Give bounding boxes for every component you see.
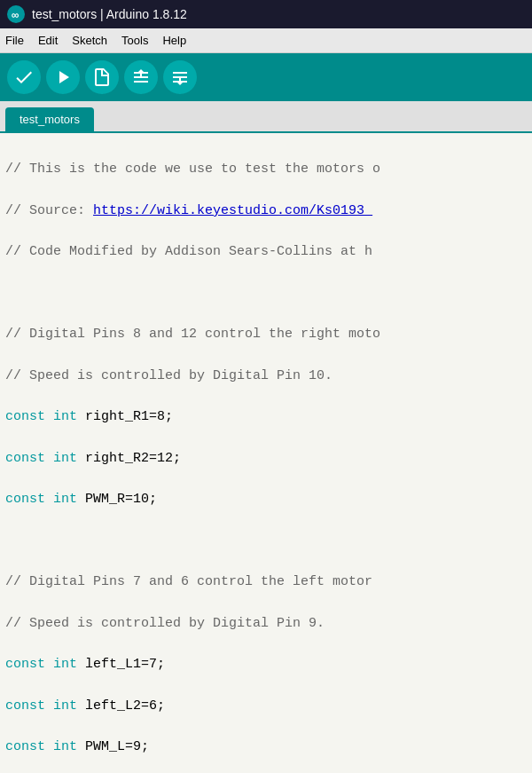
title-bar: ∞ test_motors | Arduino 1.8.12 — [0, 0, 532, 28]
menu-edit[interactable]: Edit — [38, 34, 58, 47]
menu-file[interactable]: File — [5, 34, 24, 47]
arduino-logo: ∞ — [7, 5, 25, 23]
svg-text:∞: ∞ — [12, 9, 20, 21]
code-content: // This is the code we use to test the m… — [0, 133, 532, 773]
menu-tools[interactable]: Tools — [121, 34, 148, 47]
tab-bar: test_motors — [0, 101, 532, 133]
menu-bar: File Edit Sketch Tools Help — [0, 28, 532, 53]
code-area[interactable]: // This is the code we use to test the m… — [0, 133, 532, 773]
menu-sketch[interactable]: Sketch — [72, 34, 107, 47]
open-button[interactable] — [124, 60, 158, 94]
upload-button[interactable] — [46, 60, 80, 94]
new-button[interactable] — [85, 60, 119, 94]
verify-button[interactable] — [7, 60, 41, 94]
tab-test-motors[interactable]: test_motors — [5, 107, 94, 131]
window-title: test_motors | Arduino 1.8.12 — [32, 7, 187, 21]
toolbar — [0, 53, 532, 101]
menu-help[interactable]: Help — [162, 34, 186, 47]
save-button[interactable] — [163, 60, 197, 94]
